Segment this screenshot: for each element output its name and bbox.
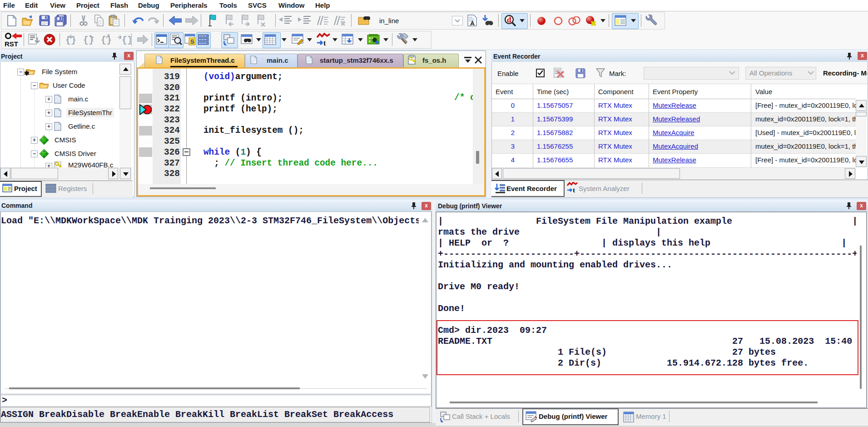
svg-text:t: t	[573, 186, 575, 194]
svg-text:S: S	[190, 38, 194, 45]
svg-text:t: t	[323, 39, 326, 46]
svg-text:RST: RST	[5, 40, 18, 47]
svg-text:✱: ✱	[24, 70, 30, 76]
svg-text:{}: {}	[122, 35, 131, 45]
svg-text:{}: {}	[101, 35, 112, 45]
svg-text:d: d	[507, 15, 511, 24]
svg-text:{}: {}	[83, 35, 94, 45]
